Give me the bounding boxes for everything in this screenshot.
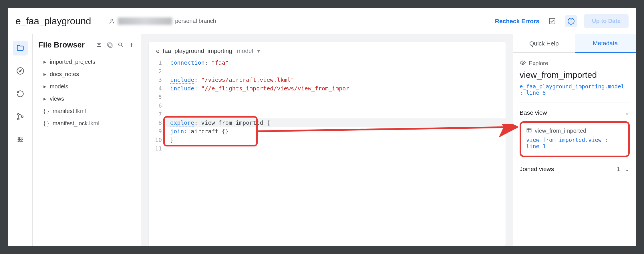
svg-point-4 [571, 19, 571, 20]
tab-metadata[interactable]: Metadata [575, 34, 636, 53]
file-browser-panel: File Browser ▶imported_projects▶docs_not… [33, 34, 141, 246]
base-view-link[interactable]: view_from_imported.view : line 1 [526, 137, 623, 149]
branch-label: personal branch [175, 18, 216, 24]
file-browser-title: File Browser [38, 41, 96, 49]
tree-folder[interactable]: ▶docs_notes [41, 68, 138, 80]
svg-rect-25 [527, 128, 531, 132]
chevron-down-icon: ⌄ [625, 109, 630, 116]
rail-history-icon[interactable] [13, 86, 28, 101]
caret-right-icon: ▶ [43, 97, 47, 101]
info-icon[interactable] [565, 15, 577, 27]
svg-point-24 [522, 62, 524, 64]
editor-card: e_faa_playground_importing.model ▾ 12345… [149, 42, 506, 246]
up-to-date-button: Up to Date [584, 14, 629, 28]
svg-point-9 [21, 116, 23, 118]
editor-area: e_faa_playground_importing.model ▾ 12345… [141, 34, 513, 246]
header-bar: e_faa_playground personal branch Recheck… [8, 8, 636, 34]
base-view-name: view_from_imported [535, 128, 586, 134]
tree-folder[interactable]: ▶views [41, 93, 138, 105]
svg-point-13 [19, 137, 20, 139]
svg-point-7 [17, 114, 19, 115]
svg-point-15 [19, 141, 20, 142]
tab-quick-help[interactable]: Quick Help [513, 34, 575, 53]
joined-views-section[interactable]: Joined views 1 ⌄ [520, 166, 630, 172]
base-view-card: view_from_imported view_from_imported.vi… [520, 121, 630, 157]
base-view-section[interactable]: Base view ⌄ [520, 109, 630, 116]
metadata-kind: Explore [520, 59, 630, 67]
bulk-select-icon[interactable] [107, 42, 114, 49]
svg-point-8 [17, 118, 19, 120]
braces-icon: { } [43, 120, 50, 127]
rail-explore-icon[interactable] [13, 64, 28, 78]
editor-file-name: e_faa_playground_importing [156, 47, 232, 54]
search-icon[interactable] [118, 42, 124, 49]
recheck-errors-button[interactable]: Recheck Errors [495, 18, 539, 25]
nav-rail [8, 34, 33, 246]
app-window: e_faa_playground personal branch Recheck… [8, 8, 636, 246]
eye-icon [520, 59, 526, 67]
metadata-location-link[interactable]: e_faa_playground_importing.model : line … [520, 83, 630, 96]
svg-marker-6 [19, 70, 21, 72]
editor-file-ext: .model [235, 47, 253, 54]
user-chunk: personal branch [109, 17, 216, 25]
body-layout: File Browser ▶imported_projects▶docs_not… [8, 34, 636, 246]
project-title: e_faa_playground [15, 15, 91, 27]
add-icon[interactable] [128, 42, 135, 49]
metadata-object-name: view_from_imported [520, 70, 630, 80]
table-icon [526, 127, 532, 134]
svg-point-5 [17, 68, 23, 74]
right-pane: Quick Help Metadata Explore view_from_im… [513, 34, 636, 246]
tree-file[interactable]: { }manifest_lock.lkml [41, 117, 138, 130]
svg-point-20 [119, 43, 122, 46]
collapse-icon[interactable] [96, 42, 103, 49]
caret-right-icon: ▶ [43, 60, 47, 64]
svg-rect-18 [108, 43, 111, 46]
svg-rect-19 [109, 44, 112, 47]
validate-icon[interactable] [546, 15, 558, 27]
tree-folder[interactable]: ▶imported_projects [41, 56, 138, 68]
svg-point-0 [111, 19, 113, 21]
caret-right-icon: ▶ [43, 84, 47, 89]
braces-icon: { } [43, 108, 50, 114]
file-tree: ▶imported_projects▶docs_notes▶models▶vie… [33, 55, 141, 130]
tree-folder[interactable]: ▶models [41, 80, 138, 93]
code-area[interactable]: 1234567891011 connection: "faa"include: … [149, 58, 506, 246]
caret-right-icon: ▶ [43, 72, 47, 76]
chevron-down-icon: ⌄ [625, 166, 630, 172]
editor-tab[interactable]: e_faa_playground_importing.model ▾ [149, 42, 506, 58]
svg-line-21 [121, 45, 123, 47]
rail-settings-icon[interactable] [13, 132, 28, 147]
svg-point-14 [21, 139, 22, 140]
user-icon [109, 18, 115, 24]
header-actions: Recheck Errors Up to Date [495, 14, 629, 28]
chevron-down-icon: ▾ [257, 47, 260, 54]
user-name-redacted [118, 17, 172, 25]
rail-git-icon[interactable] [13, 109, 28, 124]
tree-file[interactable]: { }manifest.lkml [41, 105, 138, 117]
rail-files-icon[interactable] [13, 41, 28, 55]
